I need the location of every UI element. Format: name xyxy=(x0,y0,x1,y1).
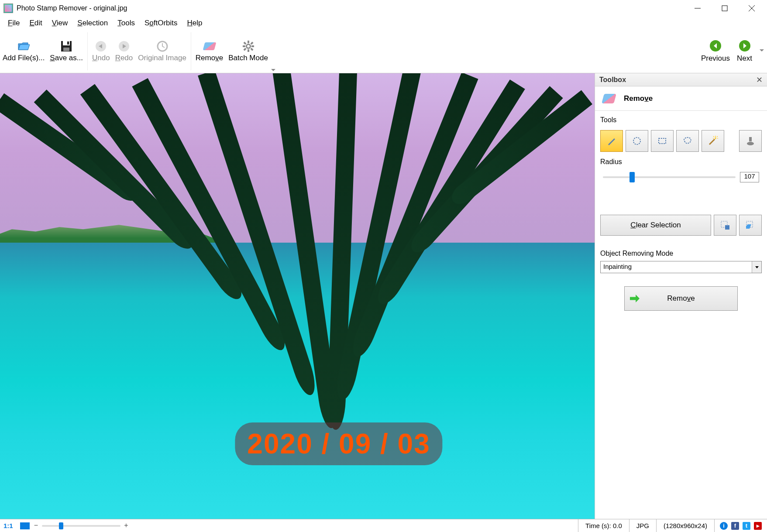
maximize-button[interactable] xyxy=(711,1,738,16)
svg-rect-22 xyxy=(659,138,666,144)
undo-label: Undo xyxy=(92,54,110,62)
zoom-slider[interactable]: − + xyxy=(42,525,120,527)
close-button[interactable] xyxy=(738,1,765,16)
undo-button[interactable]: Undo xyxy=(89,30,113,73)
folder-open-icon xyxy=(17,40,30,53)
add-files-label: Add File(s)... xyxy=(3,54,45,62)
facebook-icon[interactable]: f xyxy=(731,522,739,530)
image-canvas[interactable]: 2020 / 09 / 03 xyxy=(0,73,595,519)
marker-tool-button[interactable] xyxy=(600,130,623,152)
zoom-1to1-button[interactable]: 1:1 xyxy=(0,521,17,530)
undo-icon xyxy=(94,40,107,53)
svg-rect-17 xyxy=(250,48,253,51)
youtube-icon[interactable]: ▸ xyxy=(754,522,762,530)
add-files-button[interactable]: Add File(s)... xyxy=(0,30,47,73)
toolbox-header: Toolbox ✕ xyxy=(595,73,767,86)
svg-rect-18 xyxy=(250,42,253,45)
mode-dropdown[interactable]: Inpainting xyxy=(600,261,762,273)
svg-rect-15 xyxy=(251,45,254,47)
svg-rect-19 xyxy=(243,48,246,51)
menu-selection[interactable]: Selection xyxy=(73,17,112,29)
date-stamp-selection: 2020 / 09 / 03 xyxy=(235,422,442,465)
menu-help[interactable]: Help xyxy=(183,17,207,29)
radius-value-input[interactable]: 107 xyxy=(740,172,759,182)
radius-label: Radius xyxy=(600,158,762,166)
original-image-button[interactable]: Original Image xyxy=(135,30,189,73)
remove-section-label: Remove xyxy=(624,94,653,103)
remove-button[interactable]: Remove xyxy=(193,30,226,73)
load-selection-button[interactable] xyxy=(739,215,762,236)
svg-rect-27 xyxy=(725,225,729,230)
window-title: Photo Stamp Remover - original.jpg xyxy=(17,4,127,12)
arrow-right-icon xyxy=(630,295,640,302)
status-dimensions: (1280x960x24) xyxy=(656,519,714,532)
radius-slider-thumb[interactable] xyxy=(629,172,635,182)
eraser-icon xyxy=(203,40,216,53)
mode-label: Object Removing Mode xyxy=(600,250,762,257)
svg-rect-13 xyxy=(248,49,249,52)
chevron-down-icon[interactable] xyxy=(752,261,761,273)
lasso-tool-button[interactable] xyxy=(676,130,699,152)
minimize-button[interactable] xyxy=(684,1,711,16)
radius-slider[interactable] xyxy=(603,176,736,178)
save-as-label: Save as... xyxy=(50,54,83,62)
remove-label: Remove xyxy=(196,54,223,62)
eraser-icon xyxy=(602,94,616,103)
menu-bar: File Edit View Selection Tools SoftOrbit… xyxy=(0,17,767,30)
magic-wand-tool-button[interactable] xyxy=(702,130,724,152)
svg-rect-16 xyxy=(243,42,246,45)
menu-softorbits[interactable]: SoftOrbits xyxy=(140,17,182,29)
menu-tools[interactable]: Tools xyxy=(113,17,139,29)
info-icon[interactable]: i xyxy=(720,522,728,530)
menu-file[interactable]: File xyxy=(3,17,24,29)
redo-button[interactable]: Redo xyxy=(113,30,136,73)
next-button[interactable]: Next xyxy=(737,40,752,63)
previous-button[interactable]: Previous xyxy=(701,40,730,63)
redo-label: Redo xyxy=(115,54,133,62)
zoom-slider-thumb[interactable] xyxy=(59,522,63,529)
next-label: Next xyxy=(737,54,752,63)
save-selection-button[interactable] xyxy=(714,215,736,236)
svg-point-21 xyxy=(633,137,640,144)
main-toolbar: Add File(s)... Save as... Undo Redo Orig… xyxy=(0,30,767,73)
svg-rect-24 xyxy=(749,137,752,141)
svg-rect-1 xyxy=(722,6,727,11)
toolbox-title: Toolbox xyxy=(599,76,626,84)
menu-view[interactable]: View xyxy=(48,17,72,29)
save-as-button[interactable]: Save as... xyxy=(47,30,86,73)
nav-overflow[interactable] xyxy=(759,49,764,53)
twitter-icon[interactable]: t xyxy=(743,522,750,530)
rect-select-tool-button[interactable] xyxy=(651,130,674,152)
original-image-label: Original Image xyxy=(138,54,186,62)
svg-rect-14 xyxy=(243,45,245,47)
toolbar-overflow[interactable] xyxy=(271,30,276,73)
next-icon xyxy=(739,40,750,51)
toolbox-close-icon[interactable]: ✕ xyxy=(756,75,763,85)
batch-mode-label: Batch Mode xyxy=(228,54,268,62)
previous-label: Previous xyxy=(701,54,730,63)
free-select-tool-button[interactable] xyxy=(626,130,648,152)
svg-rect-6 xyxy=(63,48,69,51)
save-icon xyxy=(60,40,73,53)
zoom-fit-button[interactable] xyxy=(20,522,30,529)
svg-point-25 xyxy=(747,142,754,145)
svg-rect-7 xyxy=(67,41,69,45)
tool-buttons xyxy=(600,130,762,152)
tools-label: Tools xyxy=(600,116,762,124)
remove-section-header: Remove xyxy=(595,86,767,111)
history-icon xyxy=(156,40,169,53)
status-bar: 1:1 − + Time (s): 0.0 JPG (1280x960x24) … xyxy=(0,519,767,532)
mode-value: Inpainting xyxy=(601,261,752,273)
app-icon xyxy=(3,3,13,13)
menu-edit[interactable]: Edit xyxy=(25,17,46,29)
title-bar: Photo Stamp Remover - original.jpg xyxy=(0,0,767,17)
clone-stamp-tool-button[interactable] xyxy=(739,130,762,152)
social-links: i f t ▸ xyxy=(714,519,767,532)
batch-mode-button[interactable]: Batch Mode xyxy=(226,30,271,73)
clear-selection-button[interactable]: Clear Selection xyxy=(600,215,711,236)
toolbox-panel: Toolbox ✕ Remove Tools Radius 107 xyxy=(595,73,767,519)
status-format: JPG xyxy=(629,519,656,532)
redo-icon xyxy=(117,40,131,53)
svg-point-20 xyxy=(247,45,250,48)
main-remove-button[interactable]: Remove xyxy=(624,286,738,311)
